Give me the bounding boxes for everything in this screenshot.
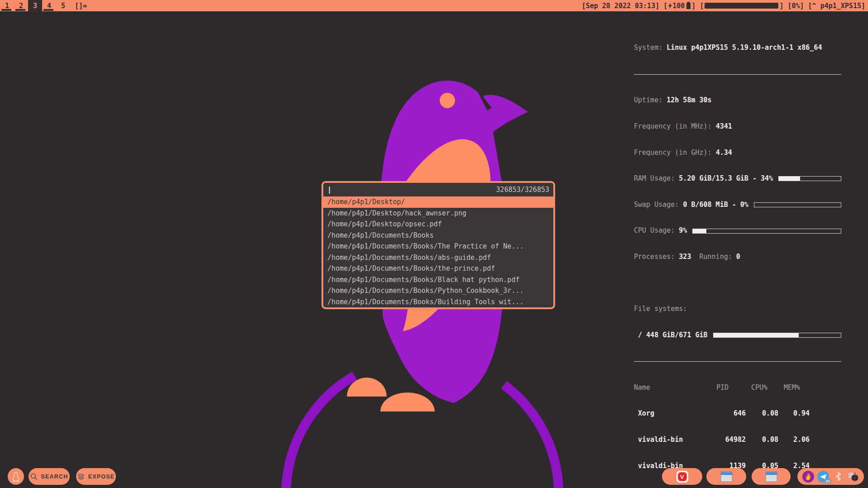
cpu-line: CPU Usage: 9% <box>634 226 841 235</box>
vivaldi-icon: V <box>676 470 689 483</box>
freq-ghz-line: Frequency (in GHz): 4.34 <box>634 148 841 157</box>
search-button[interactable]: SEARCH <box>29 468 70 485</box>
window-icon <box>720 471 733 482</box>
cpu-bar <box>692 229 841 234</box>
search-input[interactable]: | 326853/326853 <box>323 183 553 196</box>
bracket: [ <box>663 2 667 10</box>
power-icon <box>667 3 672 9</box>
penguin-right-foot <box>380 392 435 411</box>
status-battery: [ 100 ] <box>663 2 695 10</box>
launcher-item[interactable]: /home/p4p1/Documents/Books/Building Tool… <box>323 297 553 308</box>
swap-line: Swap Usage: 0 B/608 MiB - 0% <box>634 201 841 209</box>
fs-bar <box>713 333 841 338</box>
process-row: vivaldi-bin649820.082.06 <box>634 435 841 444</box>
conky-system-monitor: System: Linux p4p1XPS15 5.19.10-arch1-1 … <box>634 26 841 488</box>
filesystem-root-line: / 448 GiB/671 GiB <box>634 331 841 340</box>
launcher-item[interactable]: /home/p4p1/Documents/Books <box>323 230 553 241</box>
launcher-item[interactable]: /home/p4p1/Documents/Books/Black hat pyt… <box>323 274 553 286</box>
workspace-tag-3[interactable]: 3 <box>28 0 42 11</box>
workspace-tag-2[interactable]: 2 <box>14 0 28 11</box>
telegram-tray-icon[interactable]: 26 <box>817 471 829 483</box>
ram-bar <box>778 176 841 181</box>
svg-text:V: V <box>680 473 685 480</box>
launcher-item[interactable]: /home/p4p1/Documents/Books/the-prince.pd… <box>323 263 553 274</box>
uptime-line: Uptime: 12h 58m 30s <box>634 96 841 105</box>
filesystems-title: File systems: <box>634 305 841 313</box>
layout-symbol[interactable]: []= <box>75 2 87 10</box>
bracket: ] <box>691 2 695 10</box>
spacer <box>634 279 841 287</box>
launcher-item[interactable]: /home/p4p1/Desktop/hack_awnser.png <box>323 208 553 219</box>
layers-icon <box>77 473 85 480</box>
globe-grid-tray-icon[interactable] <box>847 471 859 483</box>
ring-circle <box>286 376 559 488</box>
expose-button-label: EXPOSE <box>88 474 115 480</box>
processes-line: Processes: 323 Running: 0 <box>634 253 841 261</box>
launcher-item[interactable]: /home/p4p1/Documents/Books/abs-guide.pdf <box>323 252 553 263</box>
expose-button[interactable]: EXPOSE <box>76 468 116 485</box>
launcher-item-selected[interactable]: /home/p4p1/Desktop/ <box>323 196 553 208</box>
penguin-beak <box>484 95 528 133</box>
freq-mhz-line: Frequency (in MHz): 4341 <box>634 122 841 131</box>
taskbar-vivaldi-button[interactable]: V <box>662 468 702 485</box>
bluetooth-tray-icon[interactable] <box>832 471 844 483</box>
search-icon <box>30 473 38 480</box>
system-line: System: Linux p4p1XPS15 5.19.10-arch1-1 … <box>634 43 841 52</box>
fuzzy-finder-window: | 326853/326853 /home/p4p1/Desktop/ /hom… <box>321 181 555 309</box>
bracket: ] <box>779 2 783 10</box>
launcher-item[interactable]: /home/p4p1/Documents/Books/Python_Cookbo… <box>323 285 553 297</box>
window-icon <box>765 471 777 482</box>
penguin-eye <box>440 93 455 108</box>
statusbar-right: [Sep 28 2022 03:13] [ 100 ] [ ] [0%] [^ … <box>578 0 865 11</box>
status-datetime: [Sep 28 2022 03:13] <box>582 2 660 10</box>
process-row: Xorg6460.080.94 <box>634 409 841 418</box>
process-table-header: NamePIDCPU%MEM% <box>634 383 841 392</box>
match-counter: 326853/326853 <box>496 186 549 194</box>
app-launcher-button[interactable] <box>8 468 24 485</box>
battery-icon <box>686 3 691 9</box>
divider <box>634 74 841 75</box>
taskbar-window-button[interactable] <box>752 468 791 485</box>
flame-tray-icon[interactable] <box>802 471 814 483</box>
status-volume: [ ] <box>700 2 783 10</box>
taskbar-window-button[interactable] <box>706 468 746 485</box>
ram-line: RAM Usage: 5.20 GiB/15.3 GiB - 34% <box>634 174 841 183</box>
telegram-unread-badge: 26 <box>825 479 831 483</box>
launcher-item[interactable]: /home/p4p1/Desktop/opsec.pdf <box>323 219 553 230</box>
bracket: [ <box>700 2 704 10</box>
top-status-bar: 1 2 3 4 5 []= [Sep 28 2022 03:13] [ 100 … <box>0 0 868 11</box>
workspace-tag-1[interactable]: 1 <box>0 0 14 11</box>
status-hostname: [^ p4p1_XPS15] <box>808 2 865 10</box>
status-cpu-percent: [0%] <box>787 2 804 10</box>
tux-icon <box>11 471 21 482</box>
divider <box>634 361 841 362</box>
workspace-tag-4[interactable]: 4 <box>42 0 56 11</box>
text-cursor: | <box>327 186 331 194</box>
workspace-tag-5[interactable]: 5 <box>56 0 70 11</box>
search-button-label: SEARCH <box>41 474 68 480</box>
launcher-item[interactable]: /home/p4p1/Documents/Books/The Practice … <box>323 241 553 252</box>
system-tray: 26 <box>797 468 864 485</box>
battery-percent: 100 <box>672 2 685 10</box>
volume-bar <box>705 3 778 9</box>
swap-bar <box>754 202 841 207</box>
workspace-tags: 1 2 3 4 5 <box>0 0 70 11</box>
